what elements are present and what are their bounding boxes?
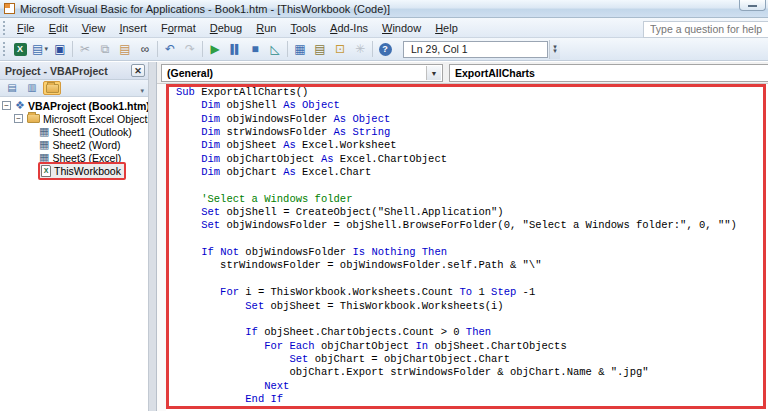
- paste-button[interactable]: ▤: [115, 40, 135, 58]
- menu-view[interactable]: View: [75, 20, 113, 36]
- break-button[interactable]: ▌▌: [225, 40, 245, 58]
- code-line: Dim objSheet As Excel.Worksheet: [176, 139, 764, 152]
- project-panel-toolbar: ▤▥▾: [0, 80, 148, 97]
- chevron-down-icon[interactable]: ▼: [426, 66, 441, 80]
- chevron-down-icon: ▾: [44, 45, 48, 53]
- cut-icon: ✂: [80, 43, 90, 55]
- code-margin-bar: [157, 84, 166, 411]
- folder-icon: [46, 84, 59, 93]
- object-browser-button[interactable]: ⊡: [330, 40, 350, 58]
- object-dropdown[interactable]: (General) ▼: [161, 64, 443, 82]
- code-line: For i = ThisWorkbook.Worksheets.Count To…: [176, 286, 764, 299]
- menu-items: FileEditViewInsertFormatDebugRunToolsAdd…: [10, 20, 465, 36]
- toolbar-grip-handle[interactable]: [3, 42, 7, 56]
- view-code-button[interactable]: ▤: [3, 81, 21, 95]
- minimize-icon: [748, 5, 757, 7]
- project-explorer-button[interactable]: ▦: [290, 40, 310, 58]
- properties-window-button[interactable]: ▤: [310, 40, 330, 58]
- menu-grip-handle[interactable]: [3, 21, 7, 35]
- procedure-dropdown-value: ExportAllCharts: [455, 67, 535, 79]
- menu-tools[interactable]: Tools: [283, 20, 323, 36]
- panel-splitter[interactable]: [148, 62, 157, 411]
- toggle-folders-button[interactable]: [43, 81, 61, 95]
- collapse-icon[interactable]: −: [2, 101, 11, 110]
- project-explorer-panel: Project - VBAProject ✕ ▤▥▾ −❖VBAProject …: [0, 62, 148, 411]
- annotation-tree-highlight: XThisWorkbook: [38, 162, 126, 180]
- design-mode-icon: ◺: [270, 43, 279, 55]
- toolbar-overflow-button[interactable]: ▾▾: [549, 40, 560, 59]
- close-icon: ✕: [134, 66, 142, 76]
- code-line: Set objWindowsFolder = objShell.BrowseFo…: [176, 219, 764, 232]
- code-line: 'Select a Windows folder: [176, 193, 764, 206]
- workbook-icon: X: [41, 165, 51, 177]
- help-search-box: [643, 19, 768, 36]
- project-panel-close-button[interactable]: ✕: [131, 64, 145, 77]
- minimize-button[interactable]: [739, 0, 766, 11]
- toolbar-separator: [157, 41, 158, 57]
- find-icon: ∞: [141, 43, 150, 55]
- find-button[interactable]: ∞: [135, 40, 155, 58]
- toolbox-icon: ✳: [355, 43, 365, 55]
- menu-help[interactable]: Help: [428, 20, 465, 36]
- menu-format[interactable]: Format: [154, 20, 203, 36]
- collapse-icon[interactable]: −: [14, 114, 23, 123]
- code-line: Dim objShell As Object: [176, 99, 764, 112]
- vba-editor-window: Microsoft Visual Basic for Applications …: [0, 0, 768, 411]
- help-search-input[interactable]: [643, 21, 768, 38]
- run-sub-userform-button[interactable]: ▶: [205, 40, 225, 58]
- paste-icon: ▤: [119, 43, 130, 55]
- view-microsoft-excel-icon: X: [14, 43, 27, 56]
- view-object-button[interactable]: ▥: [23, 81, 41, 95]
- cut-button: ✂: [75, 40, 95, 58]
- toolbar-separator: [72, 41, 73, 57]
- menu-insert[interactable]: Insert: [112, 20, 154, 36]
- code-line: If objSheet.ChartObjects.Count > 0 Then: [176, 326, 764, 339]
- toolbar-separator: [372, 41, 373, 57]
- design-mode-button[interactable]: ◺: [265, 40, 285, 58]
- mdi-area: Project - VBAProject ✕ ▤▥▾ −❖VBAProject …: [0, 62, 768, 411]
- procedure-dropdown[interactable]: ExportAllCharts: [449, 64, 768, 82]
- code-line: If Not objWindowsFolder Is Nothing Then: [176, 246, 764, 259]
- code-line: strWindowsFolder = objWindowsFolder.self…: [176, 259, 764, 272]
- code-text: Sub ExportAllCharts() Dim objShell As Ob…: [176, 86, 764, 408]
- help-button[interactable]: ?: [375, 40, 395, 58]
- menu-window[interactable]: Window: [375, 20, 428, 36]
- folder-icon: [27, 114, 40, 123]
- undo-icon: ↶: [165, 43, 175, 55]
- code-line: Dim objWindowsFolder As Object: [176, 113, 764, 126]
- code-line: Set objChart = objChartObject.Chart: [176, 353, 764, 366]
- code-window: (General) ▼ ExportAllCharts Sub ExportAl…: [157, 62, 768, 411]
- code-line: Dim objChart As Excel.Chart: [176, 166, 764, 179]
- code-line: Next: [176, 380, 764, 393]
- tree-item-label: Sheet2 (Word): [52, 139, 120, 151]
- vba-app-icon: [4, 3, 15, 14]
- tree-item-thisworkbook[interactable]: XThisWorkbook: [0, 164, 148, 177]
- menu-bar: FileEditViewInsertFormatDebugRunToolsAdd…: [0, 18, 768, 38]
- toolbar-separator: [287, 41, 288, 57]
- code-editor[interactable]: Sub ExportAllCharts() Dim objShell As Ob…: [157, 84, 768, 411]
- menu-edit[interactable]: Edit: [42, 20, 75, 36]
- tree-item-vbaproject-book1-htm[interactable]: −❖VBAProject (Book1.htm): [0, 99, 148, 112]
- undo-button[interactable]: ↶: [160, 40, 180, 58]
- menu-run[interactable]: Run: [249, 20, 283, 36]
- copy-button: ⧉: [95, 40, 115, 58]
- code-line: Next: [176, 406, 764, 408]
- tree-item-label: ThisWorkbook: [54, 165, 121, 177]
- save-button[interactable]: ▣: [50, 40, 70, 58]
- code-line: objChart.Export strWindowsFolder & objCh…: [176, 366, 764, 379]
- save-icon: ▣: [54, 43, 65, 55]
- menu-file[interactable]: File: [10, 20, 42, 36]
- reset-button[interactable]: ■: [245, 40, 265, 58]
- code-line: [176, 179, 764, 192]
- line-column-indicator: Ln 29, Col 1: [403, 41, 548, 58]
- menu-add-ins[interactable]: Add-Ins: [323, 20, 375, 36]
- menu-debug[interactable]: Debug: [203, 20, 249, 36]
- object-browser-icon: ⊡: [335, 43, 345, 55]
- panel-overflow-button[interactable]: ▾: [140, 87, 145, 96]
- insert-userform-button[interactable]: ▤▾: [30, 40, 50, 58]
- run-sub-userform-icon: ▶: [210, 43, 219, 55]
- project-icon: ❖: [15, 99, 25, 112]
- project-panel-header: Project - VBAProject ✕: [0, 62, 148, 80]
- code-line: [176, 313, 764, 326]
- view-microsoft-excel-button[interactable]: X: [10, 40, 30, 58]
